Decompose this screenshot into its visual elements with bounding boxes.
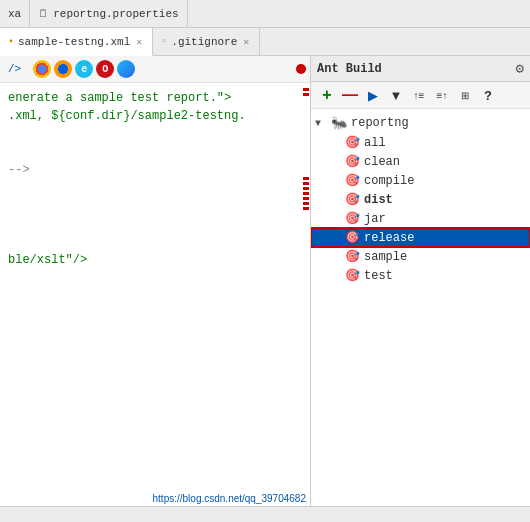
target-icon-all: 🎯 <box>345 135 360 150</box>
filter-button[interactable]: ▼ <box>386 85 406 105</box>
tab-gitignore-close[interactable]: ✕ <box>241 36 251 48</box>
editor-header: /> e O <box>0 56 310 83</box>
group-button[interactable]: ⊞ <box>455 85 475 105</box>
add-button[interactable]: + <box>317 85 337 105</box>
target-icon-jar: 🎯 <box>345 211 360 226</box>
browser-icons: e O <box>33 60 135 78</box>
tag-self-close: /> <box>8 63 21 75</box>
target-icon-clean: 🎯 <box>345 154 360 169</box>
tree-label-jar: jar <box>364 212 386 226</box>
tree-label-all: all <box>364 136 386 150</box>
tab-xa[interactable]: xa <box>0 0 30 27</box>
error-mark-6 <box>303 192 309 195</box>
safari-icon[interactable] <box>117 60 135 78</box>
tree-root-reportng[interactable]: ▼ 🐜 reportng <box>311 113 530 133</box>
target-icon-release: 🎯 <box>345 230 360 245</box>
tree-item-release[interactable]: 🎯 release <box>311 228 530 247</box>
tree-item-test[interactable]: 🎯 test <box>311 266 530 285</box>
tree-label-dist: dist <box>364 193 393 207</box>
code-line-9 <box>8 233 290 251</box>
error-indicator <box>296 64 306 74</box>
target-icon-sample: 🎯 <box>345 249 360 264</box>
code-line-1: enerate a sample test report."> <box>8 89 290 107</box>
chrome-icon[interactable] <box>33 60 51 78</box>
prop-icon: 🗒 <box>38 7 49 20</box>
expand-arrow-root: ▼ <box>315 118 327 129</box>
tree-item-compile[interactable]: 🎯 compile <box>311 171 530 190</box>
tab-gitignore-label: .gitignore <box>171 36 237 48</box>
git-icon: ▫ <box>161 36 167 47</box>
ant-gear-icon[interactable]: ⚙ <box>516 60 524 77</box>
tab-reportng-props[interactable]: 🗒 reportng.properties <box>30 0 187 27</box>
tab-gitignore[interactable]: ▫ .gitignore ✕ <box>153 28 260 55</box>
code-line-2: .xml, ${conf.dir}/sample2-testng. <box>8 107 290 125</box>
bottom-bar <box>0 506 530 522</box>
error-mark-2 <box>303 93 309 96</box>
watermark: https://blog.csdn.net/qq_39704682 <box>153 493 306 504</box>
sort-asc-button[interactable]: ↑≡ <box>409 85 429 105</box>
code-line-7 <box>8 197 290 215</box>
tab-xa-label: xa <box>8 8 21 20</box>
tab-sample-testng[interactable]: ▪ sample-testng.xml ✕ <box>0 28 153 56</box>
opera-icon[interactable]: O <box>96 60 114 78</box>
ant-toolbar: + — ▶ ▼ ↑≡ ≡↑ ⊞ ? <box>311 82 530 109</box>
error-mark-5 <box>303 187 309 190</box>
tree-item-all[interactable]: 🎯 all <box>311 133 530 152</box>
error-mark-8 <box>303 202 309 205</box>
code-line-6 <box>8 179 290 197</box>
code-line-4 <box>8 143 290 161</box>
run-button[interactable]: ▶ <box>363 85 383 105</box>
tree-item-sample[interactable]: 🎯 sample <box>311 247 530 266</box>
ant-build-panel: Ant Build ⚙ + — ▶ ▼ ↑≡ ≡↑ ⊞ ? ▼ 🐜 <box>310 56 530 506</box>
tab-bar-1: xa 🗒 reportng.properties <box>0 0 530 28</box>
tab-sample-testng-label: sample-testng.xml <box>18 36 130 48</box>
target-icon-test: 🎯 <box>345 268 360 283</box>
error-marks <box>302 83 310 506</box>
firefox-icon[interactable] <box>54 60 72 78</box>
ant-root-icon: 🐜 <box>331 115 347 131</box>
main-content: /> e O enerate a sample test report."> <box>0 56 530 506</box>
code-line-8 <box>8 215 290 233</box>
error-mark-4 <box>303 182 309 185</box>
error-mark-9 <box>303 207 309 210</box>
ant-tree[interactable]: ▼ 🐜 reportng 🎯 all 🎯 clean � <box>311 109 530 506</box>
error-mark-7 <box>303 197 309 200</box>
tree-root-label: reportng <box>351 116 409 130</box>
ant-build-header: Ant Build ⚙ <box>311 56 530 82</box>
code-line-3 <box>8 125 290 143</box>
ie-icon[interactable]: e <box>75 60 93 78</box>
tree-label-clean: clean <box>364 155 400 169</box>
tree-item-jar[interactable]: 🎯 jar <box>311 209 530 228</box>
tab-sample-testng-close[interactable]: ✕ <box>134 36 144 48</box>
tree-item-clean[interactable]: 🎯 clean <box>311 152 530 171</box>
tab-reportng-props-label: reportng.properties <box>53 8 178 20</box>
target-icon-compile: 🎯 <box>345 173 360 188</box>
code-area[interactable]: enerate a sample test report."> .xml, ${… <box>0 83 310 506</box>
tree-label-compile: compile <box>364 174 414 188</box>
error-mark-1 <box>303 88 309 91</box>
editor-area: /> e O enerate a sample test report."> <box>0 56 310 506</box>
target-icon-dist: 🎯 <box>345 192 360 207</box>
code-line-5: --> <box>8 161 290 179</box>
code-line-10: ble/xslt"/> <box>8 251 290 269</box>
error-mark-3 <box>303 177 309 180</box>
tree-label-release: release <box>364 231 414 245</box>
sort-desc-button[interactable]: ≡↑ <box>432 85 452 105</box>
tree-item-dist[interactable]: 🎯 dist <box>311 190 530 209</box>
tree-label-test: test <box>364 269 393 283</box>
ant-build-title: Ant Build <box>317 62 382 76</box>
xml-icon: ▪ <box>8 36 14 47</box>
tree-label-sample: sample <box>364 250 407 264</box>
tab-bar-2: ▪ sample-testng.xml ✕ ▫ .gitignore ✕ <box>0 28 530 56</box>
remove-button[interactable]: — <box>340 85 360 105</box>
help-button[interactable]: ? <box>478 85 498 105</box>
code-content: enerate a sample test report."> .xml, ${… <box>0 83 310 275</box>
